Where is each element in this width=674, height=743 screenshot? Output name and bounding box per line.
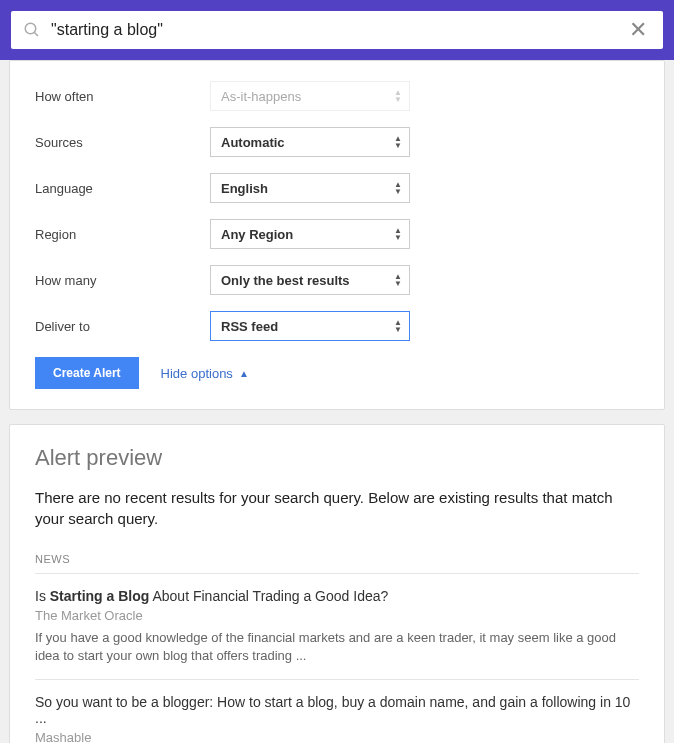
deliver-to-label: Deliver to [35,319,210,334]
how-often-label: How often [35,89,210,104]
result-source: Mashable [35,730,639,743]
sources-select[interactable]: Automatic ▲▼ [210,127,410,157]
sort-arrows-icon: ▲▼ [394,135,402,149]
search-container: ✕ [11,11,663,49]
language-label: Language [35,181,210,196]
how-often-select[interactable]: As-it-happens ▲▼ [210,81,410,111]
hide-options-toggle[interactable]: Hide options ▲ [161,366,249,381]
create-alert-button[interactable]: Create Alert [35,357,139,389]
sort-arrows-icon: ▲▼ [394,319,402,333]
header-bar: ✕ [0,0,674,60]
hide-options-label: Hide options [161,366,233,381]
sort-arrows-icon: ▲▼ [394,273,402,287]
result-source: The Market Oracle [35,608,639,623]
sort-arrows-icon: ▲▼ [394,181,402,195]
clear-icon[interactable]: ✕ [625,19,651,41]
sources-label: Sources [35,135,210,150]
svg-point-0 [25,23,36,34]
sort-arrows-icon: ▲▼ [394,89,402,103]
result-title: So you want to be a blogger: How to star… [35,694,639,726]
region-label: Region [35,227,210,242]
sort-arrows-icon: ▲▼ [394,227,402,241]
language-select[interactable]: English ▲▼ [210,173,410,203]
preview-card: Alert preview There are no recent result… [9,424,665,743]
options-card: How often As-it-happens ▲▼ Sources Autom… [9,60,665,410]
result-snippet: If you have a good knowledge of the fina… [35,629,639,665]
preview-title: Alert preview [35,445,639,471]
result-item[interactable]: So you want to be a blogger: How to star… [35,694,639,743]
search-input[interactable] [51,21,625,39]
how-many-select[interactable]: Only the best results ▲▼ [210,265,410,295]
result-item[interactable]: Is Starting a Blog About Financial Tradi… [35,588,639,680]
deliver-to-select[interactable]: RSS feed ▲▼ [210,311,410,341]
caret-up-icon: ▲ [239,368,249,379]
news-section-label: NEWS [35,553,639,574]
how-many-label: How many [35,273,210,288]
result-title: Is Starting a Blog About Financial Tradi… [35,588,639,604]
region-select[interactable]: Any Region ▲▼ [210,219,410,249]
svg-line-1 [34,32,38,36]
search-icon [23,21,41,39]
preview-message: There are no recent results for your sea… [35,487,639,529]
